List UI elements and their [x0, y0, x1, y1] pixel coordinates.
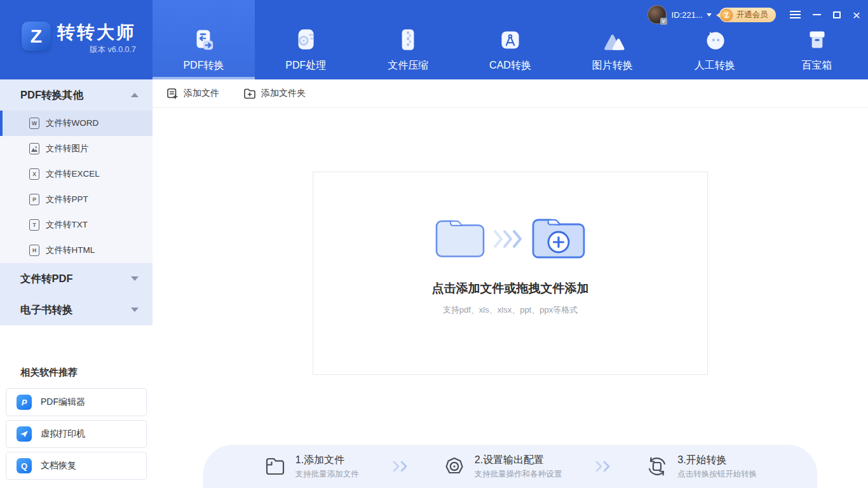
- cad-convert-icon: [496, 25, 525, 55]
- sidebar-group-ebook-convert[interactable]: 电子书转换: [0, 294, 153, 325]
- add-file-label: 添加文件: [184, 88, 219, 99]
- main-content: 添加文件 添加文件夹: [153, 79, 868, 488]
- sidebar-item-label: 文件转PPT: [46, 194, 88, 205]
- word-doc-icon: W: [29, 118, 39, 129]
- step-add-files: 1.添加文件 支持批量添加文件: [264, 454, 359, 480]
- toolbar: 添加文件 添加文件夹: [153, 79, 868, 108]
- chevron-down-icon[interactable]: [707, 13, 712, 17]
- related-app-doc-recovery[interactable]: Q 文档恢复: [6, 452, 147, 480]
- related-app-pdf-editor[interactable]: P PDF编辑器: [6, 388, 147, 416]
- app-logo-icon: Z: [22, 22, 51, 51]
- sidebar-item-file-to-ppt[interactable]: P 文件转PPT: [0, 187, 153, 212]
- avatar-level-badge: V: [660, 18, 667, 25]
- step-arrow-icon: [392, 460, 410, 473]
- excel-doc-icon: X: [29, 168, 39, 180]
- convert-step-icon: [646, 456, 668, 477]
- related-software-heading: 相关软件推荐: [20, 367, 147, 379]
- tab-file-compress[interactable]: 文件压缩: [357, 0, 459, 79]
- txt-doc-icon: T: [29, 219, 39, 231]
- toolbox-icon: [803, 25, 832, 55]
- ppt-doc-icon: P: [29, 194, 39, 205]
- sidebar-item-label: 文件转WORD: [46, 118, 98, 129]
- close-button[interactable]: ×: [853, 8, 860, 22]
- app-version: 版本 v6.0.0.7: [90, 44, 136, 55]
- chevron-up-icon: [131, 93, 139, 97]
- tab-label: PDF处理: [285, 59, 326, 72]
- related-app-virtual-printer[interactable]: 虚拟打印机: [6, 420, 147, 448]
- file-dropzone[interactable]: 点击添加文件或拖拽文件添加 支持pdf、xls、xlsx、ppt、ppx等格式: [313, 172, 708, 375]
- manual-convert-icon: [700, 25, 729, 55]
- step-desc: 支持批量添加文件: [295, 469, 359, 480]
- add-file-icon: [166, 88, 179, 100]
- vip-coin-icon: Z: [719, 8, 733, 22]
- sidebar: PDF转换其他 W 文件转WORD 文件转图片 X 文件转EXCEL P 文件转…: [0, 79, 153, 488]
- sidebar-item-label: 文件转HTML: [46, 245, 95, 256]
- dropzone-graphic: [434, 217, 587, 261]
- file-compress-icon: [393, 25, 423, 55]
- pdf-convert-icon: [189, 25, 218, 55]
- pdf-process-icon: [291, 25, 320, 55]
- tab-label: 人工转换: [695, 59, 735, 72]
- dropzone-title: 点击添加文件或拖拽文件添加: [432, 280, 589, 297]
- sidebar-item-file-to-html[interactable]: H 文件转HTML: [0, 238, 153, 263]
- user-area: V ID:221... Z 开通会员 ×: [648, 5, 860, 24]
- related-app-label: PDF编辑器: [41, 396, 85, 408]
- sidebar-item-label: 文件转图片: [46, 143, 89, 154]
- step-output-settings: 2.设置输出配置 支持批量操作和各种设置: [443, 454, 562, 480]
- step-title: 3.开始转换: [677, 454, 757, 467]
- tab-label: 文件压缩: [388, 59, 428, 72]
- add-folder-button[interactable]: 添加文件夹: [243, 88, 306, 99]
- sidebar-item-file-to-image[interactable]: 文件转图片: [0, 136, 153, 161]
- add-folder-label: 添加文件夹: [261, 88, 306, 99]
- html-doc-icon: H: [29, 245, 39, 256]
- doc-recovery-icon: Q: [17, 458, 32, 473]
- group-label: 文件转PDF: [20, 272, 73, 286]
- tab-pdf-process[interactable]: PDF处理: [255, 0, 357, 79]
- step-desc: 支持批量操作和各种设置: [475, 469, 562, 480]
- step-title: 2.设置输出配置: [475, 454, 562, 467]
- related-app-label: 文档恢复: [41, 460, 76, 471]
- add-folder-icon: [243, 88, 256, 99]
- app-window: Z 转转大师 版本 v6.0.0.7 PDF转换: [0, 0, 868, 488]
- menu-button[interactable]: [790, 11, 801, 18]
- tab-label: CAD转换: [489, 59, 531, 72]
- chevron-down-icon: [131, 308, 139, 312]
- sidebar-item-file-to-excel[interactable]: X 文件转EXCEL: [0, 161, 153, 187]
- sidebar-item-file-to-txt[interactable]: T 文件转TXT: [0, 212, 153, 238]
- tab-label: PDF转换: [183, 59, 224, 72]
- step-desc: 点击转换按钮开始转换: [677, 469, 757, 480]
- add-file-button[interactable]: 添加文件: [166, 88, 219, 100]
- step-title: 1.添加文件: [295, 454, 359, 467]
- dropzone-subtitle: 支持pdf、xls、xlsx、ppt、ppx等格式: [443, 304, 578, 316]
- folder-add-target-icon: [531, 217, 587, 261]
- window-controls: ×: [790, 8, 860, 22]
- tab-label: 百宝箱: [802, 59, 832, 72]
- step-arrow-icon: [595, 460, 613, 473]
- image-doc-icon: [29, 143, 39, 154]
- image-convert-icon: [598, 25, 627, 55]
- vip-upgrade-button[interactable]: Z 开通会员: [719, 8, 776, 22]
- folder-step-icon: [264, 456, 287, 477]
- user-id[interactable]: ID:221...: [672, 10, 703, 20]
- related-app-label: 虚拟打印机: [41, 428, 85, 440]
- step-start-convert: 3.开始转换 点击转换按钮开始转换: [646, 454, 757, 480]
- logo-block: Z 转转大师 版本 v6.0.0.7: [0, 0, 153, 79]
- sidebar-group-file-to-pdf[interactable]: 文件转PDF: [0, 263, 153, 294]
- sidebar-group-pdf-convert-other[interactable]: PDF转换其他: [0, 79, 153, 111]
- chevron-down-icon: [131, 276, 139, 281]
- vip-label: 开通会员: [736, 10, 768, 20]
- arrows-right-icon: [492, 226, 524, 252]
- maximize-button[interactable]: [833, 11, 841, 18]
- app-title: 转转大师: [57, 22, 136, 43]
- sidebar-item-label: 文件转TXT: [46, 219, 88, 231]
- virtual-printer-icon: [17, 426, 32, 442]
- tab-cad-convert[interactable]: CAD转换: [459, 0, 562, 79]
- sidebar-item-file-to-word[interactable]: W 文件转WORD: [0, 111, 153, 136]
- tab-pdf-convert[interactable]: PDF转换: [153, 0, 255, 79]
- minimize-button[interactable]: [813, 14, 821, 15]
- group-label: PDF转换其他: [20, 88, 83, 102]
- related-software-section: 相关软件推荐 P PDF编辑器 虚拟打印机 Q 文档恢复: [0, 367, 153, 488]
- sidebar-item-label: 文件转EXCEL: [46, 168, 100, 180]
- steps-panel: 1.添加文件 支持批量添加文件 2.设置输出配置 支持批量操作和各种设置: [203, 445, 817, 488]
- avatar[interactable]: V: [648, 5, 667, 24]
